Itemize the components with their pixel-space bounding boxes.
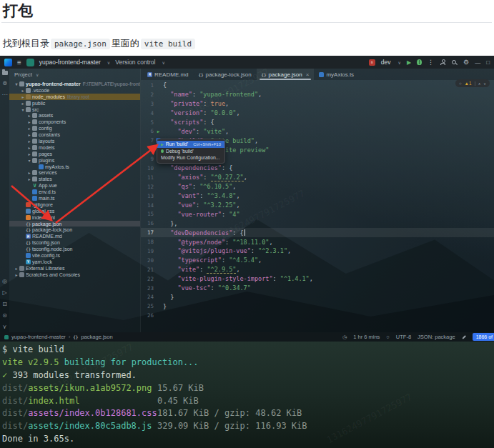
problems-icon[interactable]: ⊙ bbox=[2, 312, 7, 319]
tree-chevron-icon[interactable]: ▸ bbox=[26, 119, 32, 124]
tree-item-src[interactable]: ▾src bbox=[9, 106, 140, 113]
tree-chevron-icon[interactable]: ▸ bbox=[26, 132, 32, 137]
tree-item-vite.config.ts[interactable]: vite.config.ts bbox=[9, 252, 140, 259]
tree-chevron-icon[interactable]: ▾ bbox=[26, 158, 32, 163]
tree-item-env.d.ts[interactable]: env.d.ts bbox=[9, 189, 140, 195]
prev-issue-icon[interactable]: ∧ bbox=[478, 81, 481, 86]
tree-item-config[interactable]: ▸config bbox=[9, 125, 140, 131]
tab-readme.md[interactable]: MREADME.md bbox=[142, 69, 194, 80]
tree-item-label: README.md bbox=[32, 234, 62, 239]
tab-package-lock.json[interactable]: {}package-lock.json bbox=[194, 69, 257, 80]
code-line: 11 "axios": "^0.27.2", bbox=[141, 173, 494, 182]
tree-item-tsconfig.node.json[interactable]: {}tsconfig.node.json bbox=[9, 246, 140, 252]
code-editor[interactable]: 1{2 "name": "yupao-frontend",3 "private"… bbox=[141, 81, 494, 332]
tree-item-package.json[interactable]: {}package.json bbox=[9, 221, 140, 227]
terminal-icon[interactable]: ⊡ bbox=[2, 301, 7, 307]
more-actions-icon[interactable]: ⋮ bbox=[428, 59, 434, 66]
tree-item-plugins[interactable]: ▾plugins bbox=[9, 157, 140, 164]
code-token: : bbox=[199, 192, 207, 199]
tree-chevron-icon[interactable]: ▸ bbox=[26, 176, 32, 181]
maximize-button[interactable]: □ bbox=[486, 59, 490, 66]
tree-item-app.vue[interactable]: VApp.vue bbox=[9, 182, 140, 189]
tree-item-public[interactable]: ▸public bbox=[9, 100, 140, 106]
filetype-indicator[interactable]: JSON: package bbox=[418, 334, 455, 340]
tree-chevron-icon[interactable]: ▸ bbox=[26, 126, 32, 131]
npm-run-config-icon[interactable]: n bbox=[369, 59, 375, 66]
tree-chevron-icon[interactable]: ▸ bbox=[14, 272, 19, 277]
line-number: 11 bbox=[141, 174, 154, 181]
tree-chevron-icon[interactable]: ▸ bbox=[26, 113, 32, 118]
tree-item-main.ts[interactable]: main.ts bbox=[9, 195, 140, 201]
commit-toolwindow-icon[interactable]: ⊚ bbox=[2, 80, 7, 86]
tree-item-services[interactable]: ▸services bbox=[9, 169, 140, 176]
tree-chevron-icon[interactable]: ▸ bbox=[26, 145, 32, 150]
tree-item-yarn.lock[interactable]: Yyarn.lock bbox=[9, 259, 140, 265]
gutter-run-icon[interactable]: ▶ bbox=[157, 129, 160, 134]
breadcrumb-project[interactable]: yupao-frontend-master bbox=[11, 334, 66, 340]
code-token: "^4.5.4" bbox=[229, 257, 258, 264]
memory-indicator[interactable]: 1866 of bbox=[473, 333, 494, 341]
terminal-line: Done in 3.65s. bbox=[2, 432, 494, 445]
tree-item-.vscode[interactable]: ▸.vscode bbox=[9, 87, 140, 94]
tree-item-myaxios.ts[interactable]: myAxios.ts bbox=[9, 164, 140, 170]
code-line: 3 "private": true, bbox=[141, 99, 494, 109]
menu-item-modify-run-configuration-[interactable]: Modify Run Configuration... bbox=[157, 154, 224, 161]
run-icon[interactable]: ▷ bbox=[2, 289, 6, 296]
tree-item-readme.md[interactable]: MREADME.md bbox=[9, 233, 140, 239]
tree-chevron-icon[interactable]: ▸ bbox=[14, 266, 19, 271]
project-name-button[interactable]: yupao-frontend-master bbox=[39, 59, 101, 66]
menu-item-debug-build-[interactable]: Debug 'build' bbox=[157, 148, 224, 155]
project-toolwindow-icon[interactable] bbox=[2, 71, 8, 75]
close-tab-icon[interactable]: × bbox=[306, 71, 310, 78]
tree-item-layouts[interactable]: ▸layouts bbox=[9, 138, 140, 144]
run-config-selector[interactable]: dev bbox=[381, 59, 391, 66]
tree-chevron-icon[interactable]: ▸ bbox=[20, 101, 26, 106]
tree-chevron-icon[interactable]: ▸ bbox=[26, 170, 32, 175]
tree-item-yupao-frontend-master[interactable]: ▾yupao-frontend-masterF:\TEMPLATE\yupao-… bbox=[9, 81, 140, 87]
project-panel-header[interactable]: Project ∨ bbox=[9, 69, 140, 81]
encoding-indicator[interactable]: UTF-8 bbox=[396, 334, 411, 340]
inspections-widget[interactable]: ○ ▲1 ∧ ∨ bbox=[455, 79, 490, 87]
breadcrumb-file[interactable]: package.json bbox=[81, 334, 112, 340]
services-icon[interactable]: ◎ bbox=[2, 278, 7, 284]
tree-item-constants[interactable]: ▸constants bbox=[9, 131, 140, 138]
code-token bbox=[163, 164, 170, 171]
tree-chevron-icon[interactable]: ▸ bbox=[20, 88, 26, 93]
tree-item-assets[interactable]: ▸assets bbox=[9, 112, 140, 119]
tree-chevron-icon[interactable]: ▸ bbox=[26, 139, 32, 144]
debug-button[interactable] bbox=[417, 59, 422, 65]
tree-chevron-icon[interactable]: ▸ bbox=[20, 94, 26, 99]
tree-item-components[interactable]: ▸components bbox=[9, 119, 140, 125]
tree-item-scratches-and-consoles[interactable]: ▸Scratches and Consoles bbox=[9, 272, 140, 278]
tree-item-.gitignore[interactable]: .gitignore bbox=[9, 201, 140, 208]
tab-package.json[interactable]: {}package.json× bbox=[257, 69, 315, 80]
branch-icon[interactable]: ⋎ bbox=[3, 324, 7, 330]
tree-item-pages[interactable]: ▸pages bbox=[9, 151, 140, 157]
run-button[interactable]: ▶ bbox=[407, 59, 411, 66]
menu-item-run-build-[interactable]: ▶Run 'build'Ctrl+Shift+F10 bbox=[157, 141, 224, 148]
terminal-line: $ vite build bbox=[2, 343, 494, 356]
tab-myaxios.ts[interactable]: myAxios.ts bbox=[314, 69, 359, 80]
version-control-button[interactable]: Version control bbox=[115, 59, 155, 66]
tree-chevron-icon[interactable]: ▸ bbox=[26, 151, 32, 156]
tree-item-states[interactable]: ▸states bbox=[9, 176, 140, 182]
tree-item-package-lock.json[interactable]: {}package-lock.json bbox=[9, 227, 140, 233]
tree-item-models[interactable]: ▸models bbox=[9, 144, 140, 151]
profile-icon[interactable] bbox=[440, 59, 445, 65]
minimize-button[interactable]: — bbox=[475, 59, 480, 66]
settings-gear-icon[interactable]: ⚙ bbox=[463, 59, 469, 66]
tree-item-index.html[interactable]: index.html bbox=[9, 214, 140, 221]
project-badge-icon[interactable] bbox=[26, 59, 34, 66]
tree-chevron-icon[interactable]: ▾ bbox=[14, 81, 19, 86]
tree-item-global.css[interactable]: global.css bbox=[9, 208, 140, 214]
tree-chevron-icon[interactable]: ▾ bbox=[20, 107, 26, 112]
tree-item-tsconfig.json[interactable]: {}tsconfig.json bbox=[9, 239, 140, 246]
code-token: , bbox=[269, 239, 272, 246]
tree-item-node-modules[interactable]: ▸node_moduleslibrary root bbox=[9, 94, 140, 100]
search-icon[interactable] bbox=[451, 59, 458, 66]
next-issue-icon[interactable]: ∨ bbox=[483, 81, 486, 86]
more-toolwindows-icon[interactable]: ⋯ bbox=[2, 91, 8, 98]
line-number: 9 bbox=[141, 156, 154, 162]
tree-item-external-libraries[interactable]: ▸External Libraries bbox=[9, 265, 140, 272]
main-menu-icon[interactable]: ≡ bbox=[17, 59, 21, 66]
